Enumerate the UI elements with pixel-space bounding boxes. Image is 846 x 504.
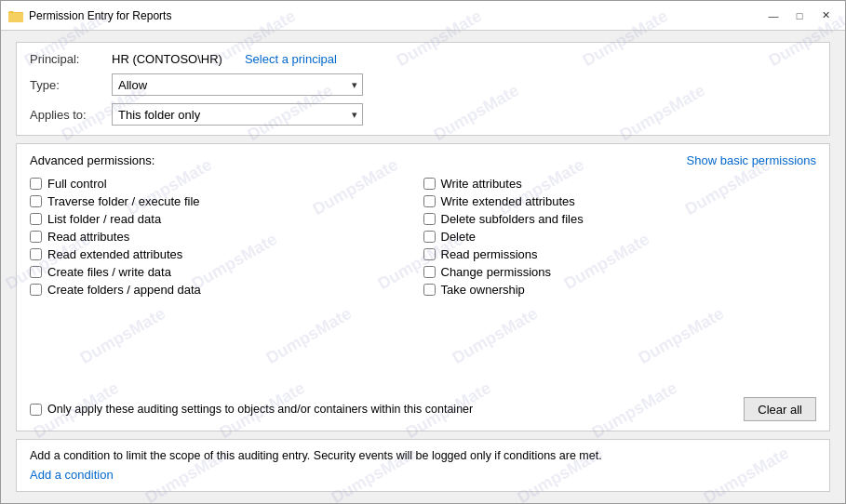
permissions-right-col: Write attributesWrite extended attribute… [423, 177, 817, 382]
info-section: Principal: HR (CONTOSO\HR) Select a prin… [16, 42, 830, 136]
left-perm-row-5: Create files / write data [30, 265, 423, 279]
show-basic-link[interactable]: Show basic permissions [687, 153, 816, 167]
left-perm-checkbox-3[interactable] [30, 231, 42, 243]
left-perm-label-0: Full control [47, 177, 107, 191]
left-perm-label-6: Create folders / append data [47, 283, 201, 297]
clear-all-button[interactable]: Clear all [744, 397, 816, 421]
applies-row: Applies to: This folder only [30, 103, 816, 126]
clear-all-row: Only apply these auditing settings to ob… [30, 391, 816, 421]
main-window: DumpsMate DumpsMate DumpsMate DumpsMate … [0, 0, 846, 504]
permissions-left-col: Full controlTraverse folder / execute fi… [30, 177, 423, 382]
left-perm-checkbox-5[interactable] [30, 266, 42, 278]
minimize-button[interactable]: — [761, 6, 786, 26]
permissions-grid: Full controlTraverse folder / execute fi… [30, 177, 816, 382]
right-perm-label-3: Delete [441, 230, 477, 244]
right-perm-row-6: Take ownership [423, 283, 817, 297]
left-perm-row-3: Read attributes [30, 230, 423, 244]
principal-label: Principal: [30, 52, 104, 66]
only-apply-label: Only apply these auditing settings to ob… [47, 403, 473, 416]
condition-description: Add a condition to limit the scope of th… [30, 449, 816, 462]
right-perm-checkbox-4[interactable] [423, 248, 436, 260]
left-perm-label-5: Create files / write data [47, 265, 171, 279]
right-perm-row-2: Delete subfolders and files [423, 212, 817, 226]
left-perm-label-2: List folder / read data [47, 212, 161, 226]
right-perm-row-1: Write extended attributes [423, 194, 817, 208]
only-apply-checkbox[interactable] [30, 404, 42, 416]
principal-row: Principal: HR (CONTOSO\HR) Select a prin… [30, 52, 816, 66]
left-perm-checkbox-6[interactable] [30, 284, 42, 296]
only-apply-row: Only apply these auditing settings to ob… [30, 403, 473, 416]
right-perm-label-0: Write attributes [441, 177, 522, 191]
left-perm-label-3: Read attributes [47, 230, 129, 244]
left-perm-checkbox-0[interactable] [30, 178, 42, 190]
right-perm-checkbox-6[interactable] [423, 284, 436, 296]
type-label: Type: [30, 78, 104, 92]
right-perm-label-4: Read permissions [441, 247, 538, 261]
right-perm-checkbox-2[interactable] [423, 213, 436, 225]
right-perm-label-6: Take ownership [441, 283, 525, 297]
left-perm-label-1: Traverse folder / execute file [47, 194, 200, 208]
left-perm-row-1: Traverse folder / execute file [30, 194, 423, 208]
type-dropdown[interactable]: Allow [112, 73, 363, 96]
right-perm-checkbox-5[interactable] [423, 266, 436, 278]
left-perm-checkbox-2[interactable] [30, 213, 42, 225]
type-dropdown-wrapper: Allow [112, 73, 363, 96]
left-perm-checkbox-1[interactable] [30, 195, 42, 207]
select-principal-link[interactable]: Select a principal [245, 52, 337, 66]
maximize-button[interactable]: □ [787, 6, 812, 26]
applies-dropdown[interactable]: This folder only [112, 103, 363, 126]
title-bar: Permission Entry for Reports — □ ✕ [1, 1, 845, 31]
left-perm-checkbox-4[interactable] [30, 248, 42, 260]
right-perm-row-4: Read permissions [423, 247, 817, 261]
window-title: Permission Entry for Reports [29, 9, 761, 22]
close-button[interactable]: ✕ [813, 6, 838, 26]
right-perm-label-1: Write extended attributes [441, 194, 575, 208]
svg-rect-2 [8, 13, 23, 22]
right-perm-row-5: Change permissions [423, 265, 817, 279]
left-perm-row-2: List folder / read data [30, 212, 423, 226]
folder-icon [8, 8, 23, 23]
applies-dropdown-wrapper: This folder only [112, 103, 363, 126]
condition-section: Add a condition to limit the scope of th… [16, 439, 830, 492]
left-perm-label-4: Read extended attributes [47, 247, 182, 261]
right-perm-checkbox-0[interactable] [423, 178, 436, 190]
right-perm-checkbox-1[interactable] [423, 195, 436, 207]
permissions-header: Advanced permissions: Show basic permiss… [30, 153, 816, 167]
left-perm-row-6: Create folders / append data [30, 283, 423, 297]
right-perm-checkbox-3[interactable] [423, 231, 436, 243]
right-perm-row-3: Delete [423, 230, 817, 244]
window-controls: — □ ✕ [761, 6, 838, 26]
type-row: Type: Allow [30, 73, 816, 96]
right-perm-row-0: Write attributes [423, 177, 817, 191]
right-perm-label-2: Delete subfolders and files [441, 212, 584, 226]
left-perm-row-0: Full control [30, 177, 423, 191]
principal-value: HR (CONTOSO\HR) [112, 52, 222, 66]
right-perm-label-5: Change permissions [441, 265, 552, 279]
add-condition-link[interactable]: Add a condition [30, 468, 816, 482]
main-content: Principal: HR (CONTOSO\HR) Select a prin… [1, 31, 845, 503]
left-perm-row-4: Read extended attributes [30, 247, 423, 261]
permissions-section: Advanced permissions: Show basic permiss… [16, 143, 830, 431]
permissions-title: Advanced permissions: [30, 153, 154, 167]
applies-label: Applies to: [30, 108, 104, 122]
